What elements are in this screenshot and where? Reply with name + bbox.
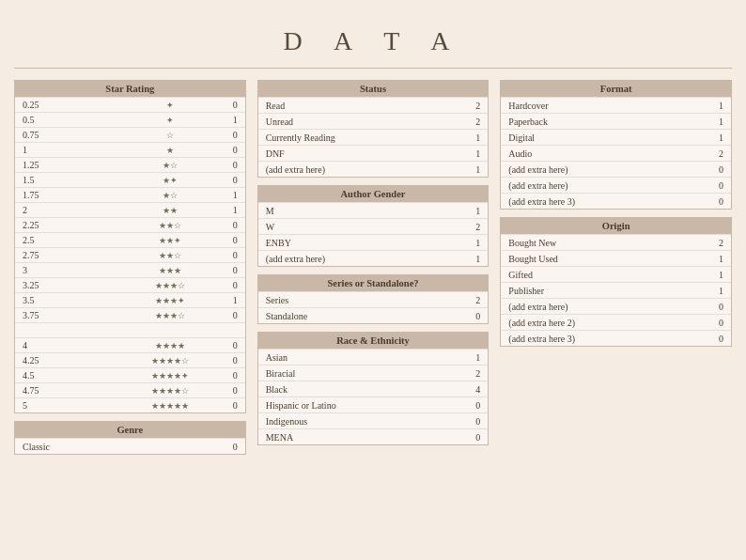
table-row: 2 ★★ 1: [15, 202, 245, 217]
row-label: 0.25: [23, 100, 120, 110]
row-value: 4: [461, 384, 480, 395]
row-value: 0: [219, 100, 238, 110]
star-rating-table: Star Rating 0.25 ✦ 0 0.5 ✦ 1 0.75 ☆ 0: [14, 80, 246, 413]
row-stars: ★★★☆: [120, 281, 218, 290]
table-row: Digital 1: [501, 129, 731, 145]
table-row: 3 ★★★ 0: [15, 262, 245, 277]
row-value: 0: [461, 432, 480, 443]
row-value: 1: [461, 254, 480, 264]
row-stars: ✦: [120, 116, 218, 125]
table-row: Bought Used 1: [501, 250, 731, 266]
row-value: 1: [219, 295, 238, 305]
table-row: 4.5 ★★★★✦ 0: [15, 367, 245, 382]
row-label: MENA: [266, 432, 462, 443]
table-row: (add extra here) 0: [501, 177, 731, 193]
row-stars: ★☆: [120, 191, 218, 200]
row-value: 1: [219, 205, 238, 215]
author-gender-header: Author Gender: [258, 186, 489, 202]
row-label: 3.5: [23, 295, 120, 305]
row-label: Asian: [266, 352, 462, 363]
row-label: 1.25: [23, 160, 120, 170]
table-row: Biracial 2: [258, 365, 489, 381]
table-row: Publisher 1: [501, 282, 731, 298]
table-row: Read 2: [258, 97, 489, 113]
row-value: 2: [705, 148, 723, 159]
row-stars: ★★☆: [120, 251, 218, 260]
row-label: 4: [23, 340, 120, 350]
row-value: 1: [461, 148, 480, 159]
row-stars: ★★★☆: [120, 311, 218, 320]
row-label: (add extra here): [508, 164, 705, 175]
row-label: Paperback: [508, 117, 705, 127]
row-value: 0: [705, 164, 723, 175]
row-value: 0: [219, 265, 238, 275]
row-label: Publisher: [508, 286, 705, 296]
table-row: 4 ★★★★ 0: [15, 337, 245, 352]
row-value: 1: [461, 164, 480, 175]
table-row: W 2: [258, 218, 489, 234]
table-row: Hardcover 1: [501, 97, 731, 113]
table-row: 1.75 ★☆ 1: [15, 187, 245, 202]
row-value: 0: [219, 340, 238, 350]
row-value: 1: [461, 238, 480, 248]
right-column: Format Hardcover 1 Paperback 1 Digital 1…: [500, 80, 732, 347]
row-value: 0: [461, 416, 480, 427]
table-row: Indigenous 0: [258, 412, 489, 428]
table-row: Hispanic or Latino 0: [258, 397, 489, 412]
row-label: 5: [23, 400, 120, 411]
row-label: Unread: [266, 117, 462, 127]
row-value: 0: [705, 196, 723, 207]
row-value: 0: [219, 370, 238, 381]
row-value: 0: [219, 130, 238, 140]
row-value: 0: [219, 280, 238, 290]
table-row: 3.5 ★★★✦ 1: [15, 292, 245, 307]
row-value: 0: [219, 355, 238, 366]
table-row: 0.5 ✦ 1: [15, 112, 245, 127]
row-label: M: [266, 206, 462, 216]
format-table: Format Hardcover 1 Paperback 1 Digital 1…: [500, 80, 732, 210]
row-label: 3: [23, 265, 120, 275]
row-stars: ★★★: [120, 266, 218, 275]
row-label: 4.75: [23, 385, 120, 396]
table-row: 2.75 ★★☆ 0: [15, 247, 245, 262]
row-label: (add extra here 2): [508, 318, 705, 328]
star-rating-header: Star Rating: [15, 81, 245, 97]
row-value: 2: [461, 117, 480, 127]
table-row: 2.25 ★★☆ 0: [15, 217, 245, 232]
row-label: Standalone: [266, 311, 462, 321]
row-label: Digital: [508, 132, 705, 143]
row-label: Classic: [23, 442, 219, 452]
row-label: Bought New: [508, 238, 705, 248]
row-stars: ★★: [120, 206, 218, 215]
row-value: 1: [705, 132, 723, 143]
row-value: 0: [219, 385, 238, 396]
row-label: Bought Used: [508, 254, 705, 264]
table-row: 0.25 ✦ 0: [15, 97, 245, 112]
table-row: MENA 0: [258, 428, 489, 444]
row-label: 1.5: [23, 175, 120, 185]
row-stars: ★✦: [120, 176, 218, 185]
table-row: Classic 0: [15, 438, 245, 454]
status-table: Status Read 2 Unread 2 Currently Reading…: [257, 80, 490, 178]
row-value: 0: [219, 145, 238, 155]
middle-column: Status Read 2 Unread 2 Currently Reading…: [257, 80, 490, 445]
table-row: 1.5 ★✦ 0: [15, 172, 245, 187]
row-label: (add extra here): [266, 164, 462, 175]
row-stars: ★★★★✦: [120, 371, 218, 381]
origin-header: Origin: [501, 218, 731, 234]
row-label: 3.25: [23, 280, 120, 290]
row-label: Indigenous: [266, 416, 462, 427]
row-value: 2: [461, 295, 480, 305]
table-row: 4.75 ★★★★☆ 0: [15, 382, 245, 397]
row-stars: ★☆: [120, 161, 218, 170]
row-stars: ★★★★☆: [120, 386, 218, 396]
table-row: Asian 1: [258, 349, 489, 365]
row-label: Read: [266, 101, 462, 111]
divider: [14, 68, 732, 69]
table-row: (add extra here 2) 0: [501, 314, 731, 330]
row-value: 2: [461, 368, 480, 379]
race-ethnicity-table: Race & Ethnicity Asian 1 Biracial 2 Blac…: [257, 332, 490, 445]
row-label: Currently Reading: [266, 132, 462, 143]
row-label: 2: [23, 205, 120, 215]
row-label: Hispanic or Latino: [266, 400, 462, 411]
